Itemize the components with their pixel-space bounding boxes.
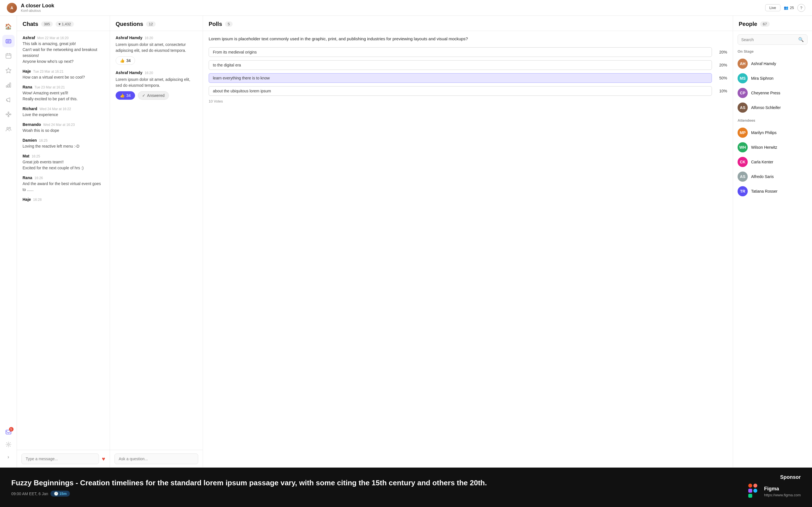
- datetime-text: 09:00 AM EET, 6 Jan: [11, 492, 48, 496]
- sidebar-item-network[interactable]: [2, 108, 15, 121]
- questions-header: Questions 12: [110, 16, 203, 31]
- avatar: CK: [738, 157, 748, 167]
- person-alfonso[interactable]: AS Alfonso Schleifer: [733, 100, 812, 115]
- chats-title: Chats: [22, 21, 38, 27]
- time-badge: 🕐 15m: [50, 491, 70, 497]
- questions-title: Questions: [116, 21, 143, 27]
- person-tatiana[interactable]: TR Tatiana Rosser: [733, 184, 812, 199]
- inbox-badge: 5: [9, 427, 13, 432]
- page-title: A closer Look: [21, 3, 54, 9]
- polls-body: Lorem ipsum is placeholder text commonly…: [203, 31, 733, 467]
- message-input[interactable]: [21, 453, 99, 464]
- sidebar-item-home[interactable]: 🏠: [2, 20, 15, 33]
- like-button-active[interactable]: 👍 34: [116, 91, 135, 100]
- people-header: People 67: [733, 16, 812, 31]
- person-ashraf[interactable]: AH Ashraf Hamdy: [733, 56, 812, 71]
- bottom-title: Fuzzy Beginnings - Creation timelines fo…: [11, 478, 746, 488]
- person-carla[interactable]: CK Carla Kenter: [733, 155, 812, 169]
- poll-option-4[interactable]: about the ubiquitous lorem ipsum 10%: [209, 86, 727, 96]
- attendees-badge: 👥 25: [784, 6, 794, 10]
- list-item: Ashraf Hamdy 16:20 Lorem ipsum dolor sit…: [116, 36, 197, 65]
- person-cheyenne[interactable]: CP Cheyenne Press: [733, 86, 812, 100]
- person-alfredo[interactable]: AS Alfredo Saris: [733, 169, 812, 184]
- content-area: Chats 385 ♥ 1,432 Ashraf Mon 22 Mar at 1…: [17, 16, 812, 467]
- sidebar-item-interact[interactable]: [2, 35, 15, 47]
- avatar: AS: [738, 103, 748, 113]
- list-item: Haje 16:28: [22, 197, 104, 202]
- svg-point-8: [6, 114, 7, 115]
- sidebar-item-star[interactable]: [2, 64, 15, 76]
- svg-rect-20: [748, 484, 752, 488]
- list-item: Rana 16:26 And the award for the best vi…: [22, 175, 104, 193]
- svg-point-16: [7, 127, 8, 129]
- avatar: TR: [738, 186, 748, 196]
- list-item: Damien 16:25 Loving the reactive left me…: [22, 138, 104, 149]
- list-item: Rana Tue 23 Mar at 16:21 Wow! Amazing ev…: [22, 85, 104, 102]
- poll-question: Lorem ipsum is placeholder text commonly…: [209, 36, 727, 42]
- chats-footer: ♥: [17, 450, 110, 467]
- questions-column: Questions 12 Ashraf Hamdy 16:20 Lorem ip…: [110, 16, 203, 467]
- sidebar-item-inbox[interactable]: 5: [2, 426, 15, 438]
- svg-rect-4: [6, 86, 7, 87]
- list-item: Ashraf Hamdy 16:20 Lorem ipsum dolor sit…: [116, 70, 197, 100]
- sponsor-url: https://www.figma.com: [764, 493, 801, 497]
- bottom-bar: Fuzzy Beginnings - Creation timelines fo…: [0, 467, 812, 507]
- check-icon: ✓: [142, 93, 146, 98]
- bottom-event-info: Fuzzy Beginnings - Creation timelines fo…: [11, 478, 746, 497]
- heart-button[interactable]: ♥: [102, 456, 105, 462]
- avatar: AH: [738, 59, 748, 69]
- svg-point-10: [8, 112, 9, 113]
- svg-rect-0: [6, 40, 11, 43]
- page-subtitle: Konf-abulous: [21, 9, 54, 13]
- person-mira[interactable]: MS Mira Siphron: [733, 71, 812, 86]
- svg-marker-3: [6, 68, 11, 73]
- person-marilyn[interactable]: MP Marilyn Philips: [733, 125, 812, 140]
- svg-point-9: [10, 114, 11, 115]
- chats-column: Chats 385 ♥ 1,432 Ashraf Mon 22 Mar at 1…: [17, 16, 110, 467]
- polls-title: Polls: [209, 21, 222, 27]
- chats-hearts: ♥ 1,432: [56, 21, 73, 27]
- svg-rect-21: [748, 489, 752, 493]
- avatar: MS: [738, 73, 748, 83]
- sidebar-item-expand[interactable]: ›: [2, 451, 15, 463]
- people-body: 🔍 On Stage AH Ashraf Hamdy MS Mira Siphr…: [733, 31, 812, 467]
- questions-count: 12: [146, 21, 156, 27]
- sidebar-item-people[interactable]: [2, 123, 15, 135]
- poll-votes: 10 Votes: [209, 99, 727, 103]
- answered-button[interactable]: ✓ Answered: [138, 91, 169, 100]
- polls-header: Polls 5: [203, 16, 733, 31]
- bottom-time: 09:00 AM EET, 6 Jan 🕐 15m: [11, 491, 746, 497]
- questions-footer: [110, 450, 203, 467]
- svg-point-17: [9, 127, 10, 129]
- svg-rect-6: [10, 83, 11, 87]
- people-title: People: [739, 21, 757, 27]
- attendees-icon: 👥: [784, 6, 788, 10]
- help-button[interactable]: ?: [797, 4, 805, 12]
- poll-option-1[interactable]: From its medieval origins 20%: [209, 47, 727, 57]
- avatar: AS: [738, 172, 748, 182]
- sidebar-item-announce[interactable]: [2, 94, 15, 106]
- poll-option-2[interactable]: to the digital era 20%: [209, 60, 727, 70]
- avatar: A: [7, 3, 17, 13]
- question-input[interactable]: [114, 453, 198, 464]
- poll-option-3[interactable]: learn everything there is to know 50%: [209, 73, 727, 83]
- svg-rect-23: [753, 484, 757, 488]
- figma-logo: [746, 483, 760, 501]
- topbar: A A closer Look Konf-abulous Live 👥 25 ?: [0, 0, 812, 16]
- list-item: Bernando Wed 24 Mar at 16:23 Woah this i…: [22, 122, 104, 133]
- thumbs-up-icon: 👍: [120, 58, 124, 63]
- svg-rect-22: [748, 494, 752, 498]
- svg-point-7: [8, 114, 9, 115]
- person-wilson[interactable]: WH Wilson Herwitz: [733, 140, 812, 155]
- sidebar: 🏠: [0, 16, 17, 467]
- list-item: Ashraf Mon 22 Mar at 16:20 This talk is …: [22, 36, 104, 64]
- like-button[interactable]: 👍 34: [116, 56, 135, 65]
- sidebar-item-calendar[interactable]: [2, 50, 15, 62]
- avatar: CP: [738, 88, 748, 98]
- attendees-label: Attendees: [733, 118, 812, 125]
- sidebar-item-settings[interactable]: [2, 438, 15, 451]
- sidebar-item-chart[interactable]: [2, 79, 15, 91]
- search-input[interactable]: [741, 38, 796, 42]
- list-item: Haje Tue 23 Mar at 16:21 How can a virtu…: [22, 69, 104, 80]
- main-layout: 🏠: [0, 16, 812, 467]
